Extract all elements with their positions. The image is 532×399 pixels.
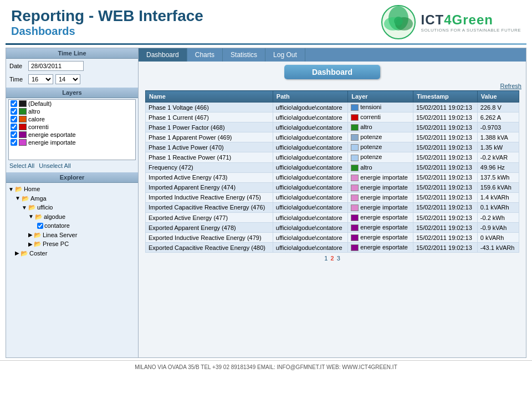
layer-color-dot bbox=[351, 134, 359, 141]
layer-checkbox[interactable] bbox=[11, 139, 17, 146]
cell-value: 226.8 V bbox=[477, 103, 519, 112]
nav-item-log-out[interactable]: Log Out bbox=[265, 48, 305, 62]
layer-color-swatch bbox=[19, 139, 27, 146]
cell-layer: energie esportate bbox=[348, 243, 413, 253]
table-header-layer: Layer bbox=[348, 91, 413, 103]
cell-value: 159.6 kVAh bbox=[477, 182, 519, 192]
tree-item[interactable]: ▶📂Coster bbox=[8, 249, 136, 258]
layer-checkbox[interactable] bbox=[11, 124, 17, 130]
cell-layer: energie esportate bbox=[348, 233, 413, 243]
cell-timestamp: 15/02/2011 19:02:13 bbox=[413, 172, 477, 182]
folder-icon: 📂 bbox=[28, 203, 36, 212]
layer-color-swatch bbox=[19, 108, 27, 115]
nav-item-charts[interactable]: Charts bbox=[187, 48, 223, 62]
tree-label: Linea Server bbox=[43, 231, 77, 240]
tree-label: Coster bbox=[29, 249, 47, 258]
table-header-path: Path bbox=[273, 91, 347, 103]
cell-path: ufficio\algodue\contatore bbox=[273, 132, 347, 142]
folder-icon: 📂 bbox=[22, 194, 29, 203]
cell-path: ufficio\algodue\contatore bbox=[273, 182, 347, 192]
right-panel: DashboardChartsStatisticsLog Out Dashboa… bbox=[139, 48, 526, 358]
layer-item: correnti bbox=[9, 123, 135, 131]
cell-layer: energie esportate bbox=[348, 223, 413, 233]
table-row: Phase 1 Reactive Power (471)ufficio\algo… bbox=[146, 152, 519, 162]
layer-name: correnti bbox=[28, 124, 49, 130]
nav-item-statistics[interactable]: Statistics bbox=[223, 48, 265, 62]
layer-color-dot bbox=[351, 175, 359, 181]
tree-item[interactable]: contatore bbox=[8, 221, 136, 231]
cell-name: Imported Apparent Energy (474) bbox=[146, 182, 273, 192]
explorer-title: Explorer bbox=[6, 172, 138, 183]
nav-item-dashboard[interactable]: Dashboard bbox=[139, 48, 187, 62]
refresh-link[interactable]: Refresh bbox=[500, 83, 521, 89]
tree-item[interactable]: ▼📂Amga bbox=[8, 194, 136, 203]
cell-path: ufficio\algodue\contatore bbox=[273, 192, 347, 202]
table-header-value: Value bbox=[477, 91, 519, 103]
layer-color-dot bbox=[351, 155, 359, 161]
cell-timestamp: 15/02/2011 19:02:13 bbox=[413, 152, 477, 162]
tree-item[interactable]: ▼📂algodue bbox=[8, 212, 136, 222]
page-title-main: Reporting - WEB Interface bbox=[11, 7, 203, 25]
cell-layer: altro bbox=[348, 122, 413, 132]
cell-layer: tensioni bbox=[348, 103, 413, 112]
cell-name: Phase 1 Active Power (470) bbox=[146, 142, 273, 152]
tree-item[interactable]: ▼📂Home bbox=[8, 185, 136, 194]
cell-value: 137.5 kWh bbox=[477, 172, 519, 182]
cell-path: ufficio\algodue\contatore bbox=[273, 142, 347, 152]
table-row: Exported Active Energy (477)ufficio\algo… bbox=[146, 213, 519, 223]
cell-layer: energie importate bbox=[348, 192, 413, 202]
cell-layer: energie importate bbox=[348, 172, 413, 182]
layer-checkbox[interactable] bbox=[11, 100, 17, 107]
layer-color-dot bbox=[351, 114, 359, 121]
cell-path: ufficio\algodue\contatore bbox=[273, 223, 347, 233]
cell-name: Exported Active Energy (477) bbox=[146, 213, 273, 223]
cell-timestamp: 15/02/2011 19:02:13 bbox=[413, 142, 477, 152]
tree-item[interactable]: ▶📂Linea Server bbox=[8, 231, 136, 240]
page-link[interactable]: 3 bbox=[337, 255, 340, 262]
sidebar: Time Line Date Time 16 14 Layers (Defaul… bbox=[6, 48, 139, 358]
page-current[interactable]: 2 bbox=[330, 255, 334, 262]
time-hour-select[interactable]: 16 bbox=[28, 74, 53, 84]
layer-name: energie importate bbox=[28, 139, 76, 146]
date-input[interactable] bbox=[28, 61, 84, 71]
dashboard-title-button[interactable]: Dashboard bbox=[284, 65, 380, 79]
select-all-link[interactable]: Select All bbox=[9, 162, 34, 169]
cell-layer: energie importate bbox=[348, 202, 413, 212]
cell-value: 1.4 kVARh bbox=[477, 192, 519, 202]
logo-slogan: SOLUTIONS FOR A SUSTAINABLE FUTURE bbox=[421, 28, 521, 33]
layer-color-dot bbox=[351, 104, 359, 111]
layer-checkbox[interactable] bbox=[11, 116, 17, 122]
tree-label: Amga bbox=[30, 194, 47, 203]
cell-name: Frequency (472) bbox=[146, 162, 273, 172]
cell-timestamp: 15/02/2011 19:02:13 bbox=[413, 103, 477, 112]
tree-label: ufficio bbox=[37, 203, 53, 212]
cell-timestamp: 15/02/2011 19:02:13 bbox=[413, 223, 477, 233]
cell-path: ufficio\algodue\contatore bbox=[273, 112, 347, 122]
logo-text: ICT4Green SOLUTIONS FOR A SUSTAINABLE FU… bbox=[421, 12, 521, 33]
logo-brand: ICT4Green bbox=[421, 12, 521, 28]
time-minute-select[interactable]: 14 bbox=[55, 74, 80, 84]
date-label: Date bbox=[9, 63, 26, 69]
cell-name: Exported Apparent Energy (478) bbox=[146, 223, 273, 233]
tree-item[interactable]: ▶📂Prese PC bbox=[8, 239, 136, 249]
layers-title: Layers bbox=[6, 88, 138, 98]
layer-color-swatch bbox=[19, 124, 27, 130]
unselect-all-link[interactable]: Unselect All bbox=[39, 162, 70, 169]
logo-icon bbox=[379, 4, 418, 40]
layer-checkbox[interactable] bbox=[11, 131, 17, 138]
cell-path: ufficio\algodue\contatore bbox=[273, 172, 347, 182]
layer-color-swatch bbox=[19, 131, 27, 138]
tree-icon: ▼ bbox=[22, 203, 27, 212]
table-row: Phase 1 Active Power (470)ufficio\algodu… bbox=[146, 142, 519, 152]
layer-color-swatch bbox=[19, 100, 27, 107]
layer-color-dot bbox=[351, 234, 359, 241]
folder-icon: 📂 bbox=[34, 239, 42, 249]
page-link[interactable]: 1 bbox=[324, 255, 328, 262]
table-row: Imported Apparent Energy (474)ufficio\al… bbox=[146, 182, 519, 192]
tree-icon: ▼ bbox=[28, 212, 34, 221]
cell-timestamp: 15/02/2011 19:02:13 bbox=[413, 132, 477, 142]
layer-name: calore bbox=[28, 116, 45, 122]
layer-checkbox[interactable] bbox=[11, 108, 17, 115]
tree-item[interactable]: ▼📂ufficio bbox=[8, 203, 136, 212]
pagination: 1 2 3 bbox=[139, 253, 526, 264]
